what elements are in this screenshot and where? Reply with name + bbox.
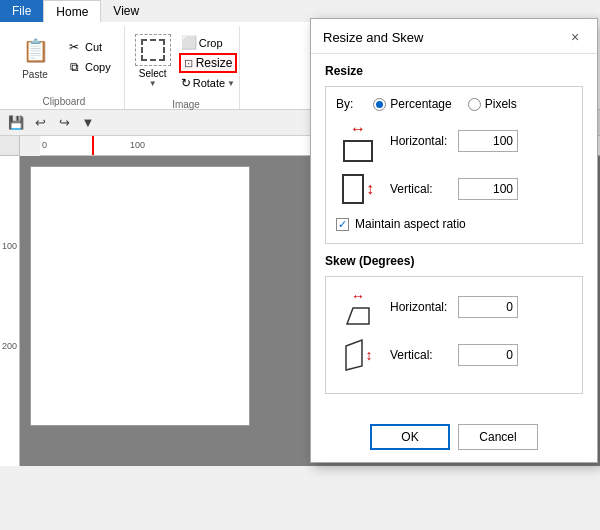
- dialog-close-button[interactable]: ×: [565, 27, 585, 47]
- percentage-radio[interactable]: Percentage: [373, 97, 451, 111]
- skew-v-shape: [344, 338, 364, 372]
- skew-section-title: Skew (Degrees): [325, 254, 583, 268]
- svg-marker-0: [347, 308, 369, 324]
- resize-section-title: Resize: [325, 64, 583, 78]
- h-field-row: Horizontal:: [390, 130, 572, 152]
- checkbox-check-icon: ✓: [338, 218, 347, 231]
- dialog-titlebar: Resize and Skew ×: [311, 19, 597, 54]
- by-row: By: Percentage Pixels: [336, 97, 572, 111]
- pixels-radio-circle: [468, 98, 481, 111]
- dialog-title: Resize and Skew: [323, 30, 423, 45]
- h-label: Horizontal:: [390, 134, 450, 148]
- skew-h-arrows: ↔: [351, 288, 365, 304]
- h-resize-input[interactable]: [458, 130, 518, 152]
- skew-h-label: Horizontal:: [390, 300, 450, 314]
- pixels-label: Pixels: [485, 97, 517, 111]
- h-resize-icon-box: ↔: [336, 121, 380, 161]
- h-rect-icon: [343, 140, 373, 162]
- resize-skew-dialog: Resize and Skew × Resize By: Percentage: [310, 18, 598, 463]
- skew-h-icon-box: ↔: [336, 287, 380, 327]
- v-resize-row: ↕ Vertical:: [336, 169, 572, 209]
- skew-v-field-row: Vertical:: [390, 344, 572, 366]
- dialog-footer: OK Cancel: [311, 414, 597, 462]
- skew-v-label: Vertical:: [390, 348, 450, 362]
- svg-marker-1: [346, 340, 362, 370]
- skew-h-field-row: Horizontal:: [390, 296, 572, 318]
- v-resize-input[interactable]: [458, 178, 518, 200]
- dialog-body: Resize By: Percentage Pixels: [311, 54, 597, 414]
- skew-h-input[interactable]: [458, 296, 518, 318]
- skew-v-row: ↕ Vertical:: [336, 335, 572, 375]
- maintain-aspect-label: Maintain aspect ratio: [355, 217, 466, 231]
- resize-section: By: Percentage Pixels: [325, 86, 583, 244]
- skew-section: ↔ Horizontal:: [325, 276, 583, 394]
- aspect-ratio-row: ✓ Maintain aspect ratio: [336, 217, 572, 231]
- skew-h-shape: [341, 306, 375, 326]
- ok-button[interactable]: OK: [370, 424, 450, 450]
- v-resize-icon-box: ↕: [336, 169, 380, 209]
- h-arrows-icon: ↔: [350, 120, 366, 138]
- skew-h-row: ↔ Horizontal:: [336, 287, 572, 327]
- cancel-button[interactable]: Cancel: [458, 424, 538, 450]
- skew-v-input[interactable]: [458, 344, 518, 366]
- percentage-label: Percentage: [390, 97, 451, 111]
- percentage-radio-circle: [373, 98, 386, 111]
- skew-v-icon-box: ↕: [336, 335, 380, 375]
- maintain-aspect-checkbox[interactable]: ✓: [336, 218, 349, 231]
- skew-v-arrows: ↕: [366, 347, 373, 363]
- h-resize-row: ↔ Horizontal:: [336, 121, 572, 161]
- v-label: Vertical:: [390, 182, 450, 196]
- by-label: By:: [336, 97, 353, 111]
- v-field-row: Vertical:: [390, 178, 572, 200]
- dialog-overlay: Resize and Skew × Resize By: Percentage: [0, 0, 600, 530]
- radio-group: Percentage Pixels: [373, 97, 516, 111]
- v-rect-icon: [342, 174, 364, 204]
- pixels-radio[interactable]: Pixels: [468, 97, 517, 111]
- v-arrows-icon: ↕: [366, 180, 374, 198]
